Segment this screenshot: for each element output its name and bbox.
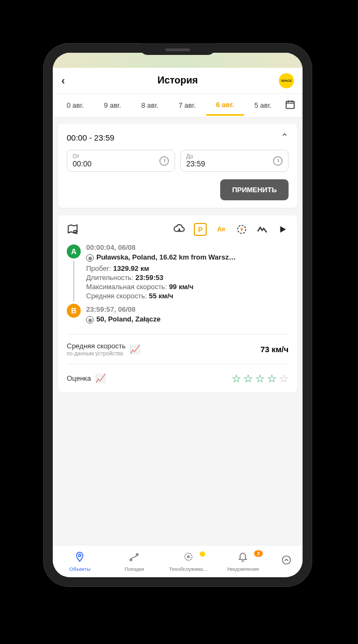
chevron-up-circle-icon [281, 555, 292, 568]
to-value: 23:59 [186, 159, 205, 168]
date-tab[interactable]: 9 авг. [94, 96, 130, 115]
location-icon: ◎ [86, 316, 94, 324]
notification-dot [200, 551, 205, 557]
svg-point-8 [185, 553, 192, 560]
brand-badge[interactable]: SPACE [279, 73, 294, 88]
rating-row[interactable]: Оценка 📈 ☆ ☆ ☆ ☆ ☆ [67, 364, 289, 385]
nav-label: Объекты [69, 566, 90, 572]
time-range-label: 00:00 - 23:59 [67, 133, 114, 142]
svg-marker-4 [280, 226, 286, 233]
timeline-icon[interactable] [256, 223, 268, 235]
trip-line [73, 261, 74, 302]
bottom-nav: Объекты Поездки Техобслужива… 2 [53, 545, 303, 577]
calendar-button[interactable] [282, 99, 298, 112]
svg-point-7 [136, 554, 138, 555]
nav-label: Уведомления [227, 566, 258, 572]
date-tab[interactable]: 0 авг. [57, 96, 93, 115]
apply-button[interactable]: ПРИМЕНИТЬ [220, 179, 289, 200]
point-b-location: 50, Poland, Załącze [96, 315, 160, 324]
avg-speed-row[interactable]: Средняя скорость по данным устройства 📈 … [67, 334, 289, 356]
avg-speed-title: Средняя скорость [67, 342, 125, 351]
trip-card: P AB A [58, 215, 297, 393]
avg-speed-subtitle: по данным устройства [67, 351, 125, 356]
svg-rect-0 [286, 101, 294, 108]
date-tab[interactable]: 7 авг. [169, 96, 205, 115]
svg-point-10 [282, 556, 290, 564]
route-icon [129, 551, 139, 565]
play-icon[interactable] [277, 223, 289, 235]
clock-icon [273, 156, 283, 166]
date-tab[interactable]: 8 авг. [132, 96, 168, 115]
svg-point-5 [79, 554, 81, 556]
nav-more[interactable] [270, 555, 303, 568]
star-icon: ☆ [267, 372, 277, 385]
date-tab[interactable]: 5 авг. [245, 96, 281, 115]
date-tabs: 0 авг. 9 авг. 8 авг. 7 авг. 6 авг. 5 авг… [53, 94, 303, 117]
content: 00:00 - 23:59 ⌃ От 00:00 До 23: [53, 117, 303, 545]
target-icon[interactable] [236, 223, 248, 235]
svg-point-9 [188, 556, 189, 557]
chart-icon: 📈 [130, 344, 141, 354]
point-a-timestamp: 00:00:04, 06/08 [86, 243, 289, 251]
time-to-field[interactable]: До 23:59 [180, 150, 289, 172]
svg-marker-3 [241, 228, 243, 232]
point-a-location: Puławska, Poland, 16.62 km from Warsz… [96, 253, 236, 262]
nav-notifications[interactable]: 2 Уведомления [216, 551, 270, 572]
page-title: История [53, 75, 303, 86]
star-icon: ☆ [231, 372, 241, 385]
nav-label: Поездки [124, 566, 144, 572]
date-tab-active[interactable]: 6 авг. [206, 95, 243, 116]
parking-icon[interactable]: P [194, 223, 207, 236]
svg-point-1 [74, 230, 77, 234]
star-icon: ☆ [255, 372, 265, 385]
star-icon-empty: ☆ [279, 372, 289, 385]
phone-screen: ‹ История SPACE 0 авг. 9 авг. 8 авг. 7 а… [53, 53, 303, 577]
from-label: От [73, 153, 92, 159]
rating-stars: ☆ ☆ ☆ ☆ ☆ [231, 372, 289, 385]
point-b-timestamp: 23:59:57, 06/08 [86, 305, 289, 313]
collapse-toggle[interactable]: ⌃ [280, 131, 289, 143]
avg-speed-value: 73 км/ч [261, 345, 289, 354]
location-icon: ◎ [86, 254, 94, 262]
nav-objects[interactable]: Объекты [53, 551, 107, 572]
cloud-download-icon[interactable] [173, 223, 185, 235]
rating-label: Оценка [67, 374, 91, 383]
nav-label: Техобслужива… [169, 566, 208, 572]
star-icon: ☆ [243, 372, 253, 385]
ab-icon[interactable]: AB [215, 223, 227, 235]
gear-icon [183, 551, 194, 565]
bell-icon [237, 551, 248, 565]
phone-frame: ‹ История SPACE 0 авг. 9 авг. 8 авг. 7 а… [43, 43, 312, 587]
app-header: ‹ История SPACE [53, 68, 303, 94]
back-button[interactable]: ‹ [61, 74, 65, 87]
point-a-marker: A [67, 244, 81, 258]
from-value: 00:00 [73, 159, 92, 168]
map-search-icon[interactable] [67, 223, 79, 235]
clock-icon [159, 156, 169, 166]
nav-maintenance[interactable]: Техобслужива… [162, 551, 216, 572]
nav-trips[interactable]: Поездки [107, 551, 162, 572]
map-peek [53, 53, 303, 68]
time-filter-card: 00:00 - 23:59 ⌃ От 00:00 До 23: [58, 124, 297, 208]
notification-badge: 2 [254, 550, 262, 557]
chart-icon: 📈 [95, 373, 106, 383]
to-label: До [186, 153, 205, 159]
phone-notch [140, 43, 215, 55]
pin-icon [74, 551, 85, 565]
time-from-field[interactable]: От 00:00 [67, 150, 175, 172]
point-b-marker: B [67, 304, 81, 318]
